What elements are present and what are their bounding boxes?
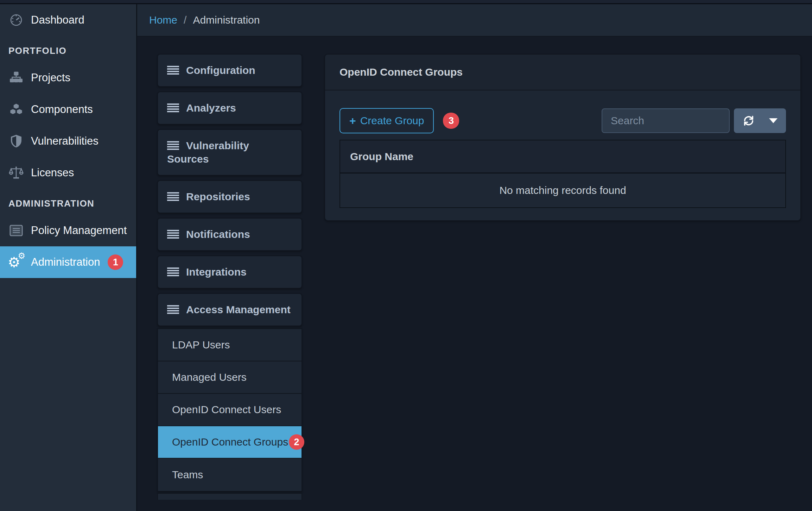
menu-item-integrations[interactable]: Integrations bbox=[157, 255, 302, 289]
sidebar-item-label: Components bbox=[31, 103, 93, 116]
list-icon bbox=[167, 192, 179, 201]
menu-item-label: Vulnerability Sources bbox=[167, 140, 249, 165]
list-icon bbox=[167, 230, 179, 239]
annotation-badge-2: 2 bbox=[289, 434, 304, 450]
oidc-groups-panel: OpenID Connect Groups + Create Group 3 bbox=[324, 54, 801, 221]
list-icon bbox=[167, 103, 179, 112]
admin-menu: Configuration Analyzers Vulnerability So… bbox=[157, 54, 302, 500]
search-input[interactable] bbox=[602, 108, 730, 133]
sidebar-item-label: Administration bbox=[31, 256, 100, 269]
breadcrumb-home-link[interactable]: Home bbox=[149, 14, 177, 26]
menu-subitem-managed-users[interactable]: Managed Users bbox=[158, 361, 302, 394]
sidebar-item-label: Licenses bbox=[31, 166, 74, 179]
table-header-group-name[interactable]: Group Name bbox=[340, 140, 785, 174]
list-icon bbox=[167, 141, 179, 150]
menu-subitem-label: OpenID Connect Users bbox=[172, 404, 281, 416]
table-empty-row: No matching records found bbox=[340, 174, 785, 207]
menu-item-label: Analyzers bbox=[186, 102, 236, 114]
menu-item-vulnerability-sources[interactable]: Vulnerability Sources bbox=[157, 129, 302, 176]
sidebar-item-policy-management[interactable]: Policy Management bbox=[0, 215, 136, 246]
panel-title: OpenID Connect Groups bbox=[325, 55, 800, 90]
shield-icon bbox=[8, 134, 24, 148]
menu-subitem-openid-connect-users[interactable]: OpenID Connect Users bbox=[158, 394, 302, 426]
list-icon bbox=[167, 66, 179, 75]
menu-subitem-openid-connect-groups[interactable]: OpenID Connect Groups 2 bbox=[158, 426, 302, 459]
access-management-sublist: LDAP Users Managed Users OpenID Connect … bbox=[157, 328, 302, 492]
caret-down-icon bbox=[769, 118, 778, 123]
breadcrumb-current: Administration bbox=[193, 14, 260, 26]
menu-item-label: Notifications bbox=[186, 228, 250, 240]
sidebar-item-components[interactable]: Components bbox=[0, 94, 136, 125]
top-bar bbox=[0, 0, 812, 4]
refresh-button[interactable] bbox=[734, 108, 786, 133]
menu-subitem-cutoff[interactable] bbox=[157, 493, 302, 500]
breadcrumb: Home / Administration bbox=[137, 4, 812, 37]
menu-item-analyzers[interactable]: Analyzers bbox=[157, 92, 302, 125]
sidebar-item-licenses[interactable]: Licenses bbox=[0, 157, 136, 189]
groups-table: Group Name No matching records found bbox=[340, 140, 786, 208]
menu-item-label: Repositories bbox=[186, 191, 250, 202]
menu-subitem-label: LDAP Users bbox=[172, 339, 230, 351]
annotation-badge-3: 3 bbox=[443, 113, 459, 129]
policy-list-icon bbox=[8, 224, 24, 237]
plus-icon: + bbox=[349, 115, 356, 126]
list-icon bbox=[167, 305, 179, 314]
menu-subitem-label: Managed Users bbox=[172, 371, 247, 383]
menu-item-label: Configuration bbox=[186, 64, 255, 76]
sidebar-item-vulnerabilities[interactable]: Vulnerabilities bbox=[0, 125, 136, 157]
menu-item-repositories[interactable]: Repositories bbox=[157, 180, 302, 213]
sidebar-item-dashboard[interactable]: Dashboard bbox=[0, 4, 136, 36]
balance-scale-icon bbox=[8, 166, 24, 180]
sitemap-icon bbox=[8, 71, 24, 84]
menu-item-label: Access Management bbox=[186, 304, 291, 315]
cubes-icon bbox=[8, 103, 24, 116]
menu-subitem-ldap-users[interactable]: LDAP Users bbox=[158, 329, 302, 361]
menu-subitem-teams[interactable]: Teams bbox=[158, 459, 302, 491]
cogs-icon: ⚙⚙ bbox=[8, 254, 24, 271]
sidebar-section-portfolio: PORTFOLIO bbox=[8, 44, 136, 57]
menu-subitem-label: Teams bbox=[172, 469, 203, 481]
annotation-badge-1: 1 bbox=[108, 254, 123, 270]
sidebar-item-label: Vulnerabilities bbox=[31, 135, 99, 147]
sidebar: Dashboard PORTFOLIO Projects bbox=[0, 4, 137, 511]
app-window: Dashboard PORTFOLIO Projects bbox=[0, 0, 812, 511]
sidebar-item-label: Projects bbox=[31, 71, 70, 84]
refresh-icon bbox=[742, 114, 755, 127]
breadcrumb-separator: / bbox=[184, 14, 186, 26]
menu-item-configuration[interactable]: Configuration bbox=[157, 54, 302, 87]
menu-item-notifications[interactable]: Notifications bbox=[157, 218, 302, 251]
sidebar-item-projects[interactable]: Projects bbox=[0, 62, 136, 94]
sidebar-section-administration: ADMINISTRATION bbox=[8, 197, 136, 210]
list-icon bbox=[167, 267, 179, 276]
gauge-icon bbox=[8, 13, 24, 27]
create-group-button[interactable]: + Create Group bbox=[340, 108, 434, 133]
sidebar-item-label: Dashboard bbox=[31, 14, 84, 26]
menu-item-label: Integrations bbox=[186, 266, 247, 278]
create-group-label: Create Group bbox=[360, 115, 424, 127]
menu-item-access-management[interactable]: Access Management bbox=[157, 293, 302, 326]
menu-subitem-label: OpenID Connect Groups bbox=[172, 436, 288, 448]
sidebar-item-label: Policy Management bbox=[31, 224, 127, 237]
sidebar-item-administration[interactable]: ⚙⚙ Administration 1 bbox=[0, 246, 136, 278]
